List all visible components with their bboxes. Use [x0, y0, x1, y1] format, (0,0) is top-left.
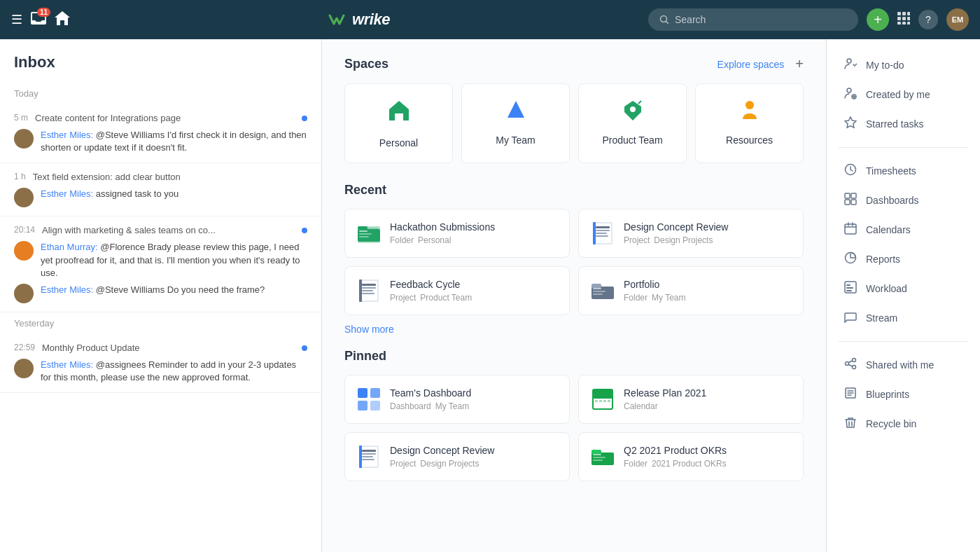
recent-section-header: Recent	[344, 183, 804, 198]
inbox-nav-button[interactable]: 11	[31, 12, 46, 27]
sidebar-item-stream[interactable]: Stream	[832, 303, 974, 333]
svg-rect-30	[362, 290, 373, 291]
space-card-personal[interactable]: Personal	[344, 83, 453, 163]
inbox-panel: Inbox Today 5 m Create content for Integ…	[0, 39, 322, 552]
nav-center: wrike	[78, 11, 640, 29]
search-bar[interactable]: Search	[648, 8, 858, 31]
help-button[interactable]: ?	[918, 10, 938, 29]
avatar	[14, 359, 34, 378]
item-info: Design Concept Review ProjectDesign Proj…	[624, 221, 728, 245]
right-sidebar: My to-do Created by me Starred tasks	[826, 39, 980, 552]
svg-rect-47	[595, 400, 598, 402]
inbox-item[interactable]: 20:14 Align with marketing & sales teams…	[0, 216, 321, 312]
svg-rect-18	[359, 236, 369, 237]
svg-rect-56	[362, 459, 374, 460]
svg-rect-74	[846, 284, 850, 286]
space-card-resources[interactable]: Resources	[695, 83, 804, 163]
project-icon	[356, 278, 382, 303]
pinned-item-design-concept[interactable]: Design Concept Review ProjectDesign Proj…	[344, 432, 570, 481]
item-meta: Folder2021 Product OKRs	[624, 459, 731, 469]
space-resources-icon	[737, 98, 762, 126]
svg-point-10	[630, 106, 636, 112]
svg-rect-38	[358, 388, 368, 398]
inbox-subject: Create content for Integrations page	[35, 113, 295, 123]
sidebar-item-recycle-bin[interactable]: Recycle bin	[832, 409, 974, 439]
pinned-item-release-plan[interactable]: Release Plan 2021 Calendar	[578, 375, 804, 424]
folder-icon	[590, 444, 615, 469]
inbox-time: 5 m	[14, 113, 28, 123]
sidebar-item-my-todo[interactable]: My to-do	[832, 50, 974, 80]
svg-rect-50	[608, 400, 610, 402]
create-button[interactable]: +	[867, 8, 889, 31]
recent-item-design-concept[interactable]: Design Concept Review ProjectDesign Proj…	[578, 209, 804, 258]
folder-icon	[356, 221, 382, 246]
svg-rect-17	[359, 233, 372, 235]
svg-rect-39	[370, 388, 380, 398]
pinned-item-okrs[interactable]: Q2 2021 Product OKRs Folder2021 Product …	[578, 432, 804, 481]
recycle-bin-icon	[844, 416, 858, 432]
sidebar-label-shared: Shared with me	[866, 359, 934, 371]
unread-indicator	[302, 228, 307, 233]
spaces-grid: Personal My Team	[344, 83, 804, 163]
sidebar-label-workload: Workload	[866, 283, 907, 294]
show-more-link[interactable]: Show more	[344, 324, 394, 335]
spaces-title: Spaces	[344, 57, 388, 71]
recent-grid: Hackathon Submissions FolderPersonal	[344, 209, 804, 315]
sidebar-item-blueprints[interactable]: Blueprints	[832, 380, 974, 409]
sidebar-label-timesheets: Timesheets	[866, 165, 916, 177]
recent-item-portfolio[interactable]: Portfolio FolderMy Team	[578, 266, 804, 315]
avatar	[14, 284, 34, 303]
inbox-item[interactable]: 1 h Text field extension: add clear butt…	[0, 163, 321, 216]
explore-spaces-link[interactable]: Explore spaces	[718, 59, 785, 70]
svg-rect-4	[897, 17, 901, 20]
dashboards-icon	[844, 193, 858, 208]
svg-rect-2	[902, 12, 906, 15]
sidebar-item-shared[interactable]: Shared with me	[832, 350, 974, 380]
svg-rect-36	[593, 291, 606, 292]
svg-rect-69	[845, 200, 850, 205]
recent-item-feedback[interactable]: Feedback Cycle ProjectProduct Team	[344, 266, 570, 315]
svg-rect-61	[593, 457, 606, 458]
sidebar-item-reports[interactable]: Reports	[832, 244, 974, 274]
inbox-item[interactable]: 22:59 Monthly Product Update Esther Mile…	[0, 334, 321, 393]
svg-rect-32	[359, 280, 362, 302]
item-meta: ProjectProduct Team	[390, 293, 476, 303]
pinned-item-dashboard[interactable]: Team's Dashboard DashboardMy Team	[344, 375, 570, 424]
svg-rect-55	[362, 456, 373, 457]
svg-rect-67	[845, 193, 850, 198]
add-space-button[interactable]: +	[795, 56, 804, 72]
sidebar-item-workload[interactable]: Workload	[832, 274, 974, 303]
calendar-icon	[590, 387, 615, 412]
main-layout: Inbox Today 5 m Create content for Integ…	[0, 39, 980, 552]
user-avatar[interactable]: EM	[946, 8, 969, 31]
item-name: Portfolio	[624, 279, 690, 290]
hamburger-icon[interactable]: ☰	[11, 12, 22, 27]
sidebar-label-dashboards: Dashboards	[866, 195, 919, 206]
inbox-message: Ethan Murray: @Florence Brady please rev…	[41, 241, 307, 280]
space-card-productteam[interactable]: Product Team	[578, 83, 687, 163]
apps-grid-icon[interactable]	[897, 12, 910, 28]
item-name: Release Plan 2021	[624, 387, 706, 399]
sidebar-item-created-by-me[interactable]: Created by me	[832, 80, 974, 109]
recent-item-hackathon[interactable]: Hackathon Submissions FolderPersonal	[344, 209, 570, 258]
app-logo: wrike	[328, 11, 390, 29]
svg-rect-16	[359, 230, 368, 232]
shared-icon	[844, 357, 858, 373]
workload-icon	[844, 281, 858, 296]
home-icon[interactable]	[55, 11, 70, 29]
sidebar-item-starred[interactable]: Starred tasks	[832, 109, 974, 139]
sidebar-item-timesheets[interactable]: Timesheets	[832, 156, 974, 186]
inbox-subject: Monthly Product Update	[42, 343, 295, 353]
space-card-myteam[interactable]: My Team	[461, 83, 570, 163]
svg-rect-45	[598, 389, 600, 394]
svg-point-64	[847, 88, 851, 92]
svg-rect-62	[593, 460, 603, 461]
svg-point-79	[853, 366, 856, 369]
sidebar-item-calendars[interactable]: Calendars	[832, 215, 974, 244]
sidebar-item-dashboards[interactable]: Dashboards	[832, 186, 974, 215]
inbox-message: Esther Miles: @Steve Williams I'd first …	[41, 129, 307, 154]
inbox-item[interactable]: 5 m Create content for Integrations page…	[0, 104, 321, 163]
svg-rect-46	[606, 389, 608, 394]
item-info: Design Concept Review ProjectDesign Proj…	[390, 445, 494, 469]
svg-rect-75	[846, 287, 853, 289]
